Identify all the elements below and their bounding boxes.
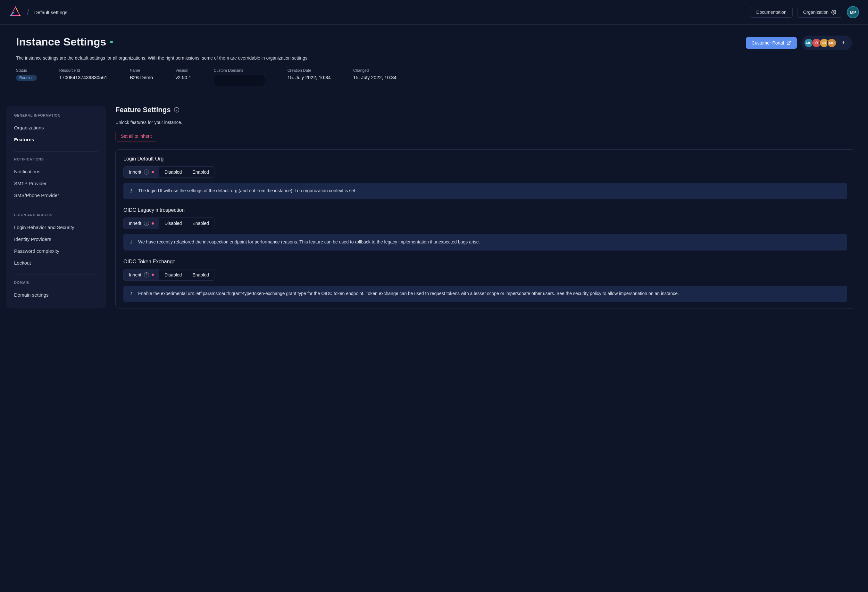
feature-title: Login Default Org: [123, 156, 847, 162]
feature-oidc-token-exchange: OIDC Token Exchange Inherit ? Disabled E…: [123, 259, 847, 302]
help-icon[interactable]: ?: [144, 221, 149, 226]
status-dot-icon: [152, 171, 154, 173]
page-header-row: Instance Settings Customer Portal MP: [16, 35, 852, 50]
meta-changed-label: Changed: [353, 68, 397, 73]
meta-name: Name B2B Demo: [130, 68, 153, 86]
page-title: Instance Settings: [16, 35, 113, 48]
sidebar-item-sms[interactable]: SMS/Phone Provider: [14, 189, 98, 201]
svg-point-11: [824, 43, 825, 43]
svg-point-2: [10, 15, 12, 16]
status-dot-icon: [152, 274, 154, 276]
sidebar-item-organizations[interactable]: Organizations: [14, 122, 98, 134]
meta-status-label: Status: [16, 68, 37, 73]
page-header: Instance Settings Customer Portal MP: [0, 25, 868, 96]
settings-sidebar: GENERAL INFORMATION Organizations Featur…: [6, 106, 106, 308]
meta-status: Status Running: [16, 68, 37, 86]
sidebar-item-password[interactable]: Password complexity: [14, 245, 98, 257]
meta-version-value: v2.50.1: [175, 75, 191, 80]
breadcrumb-current[interactable]: Default settings: [34, 10, 67, 15]
sidebar-item-login-behavior[interactable]: Login Behavior and Security: [14, 221, 98, 233]
info-text: We have recently refactored the introspe…: [138, 239, 480, 245]
info-icon: i: [128, 239, 134, 246]
sidebar-heading-notifications: NOTIFICATIONS: [14, 157, 98, 161]
meta-resource-label: Resource Id: [59, 68, 107, 73]
feature-oidc-legacy-introspection: OIDC Legacy introspection Inherit ? Disa…: [123, 207, 847, 250]
page-title-wrap: Instance Settings: [16, 35, 113, 48]
info-banner: i The login UI will use the settings of …: [123, 183, 847, 199]
svg-point-7: [817, 43, 817, 43]
user-avatar[interactable]: MP: [847, 6, 859, 18]
svg-point-3: [833, 12, 834, 13]
content-title: Feature Settings: [115, 106, 855, 114]
sidebar-item-smtp[interactable]: SMTP Provider: [14, 177, 98, 189]
svg-point-0: [15, 6, 16, 8]
info-icon[interactable]: [174, 107, 180, 113]
feature-title: OIDC Token Exchange: [123, 259, 847, 265]
help-icon[interactable]: ?: [144, 272, 149, 277]
toggle-disabled[interactable]: Disabled: [159, 218, 187, 229]
toggle-inherit[interactable]: Inherit ?: [124, 269, 159, 280]
meta-domains-label: Custom Domains: [214, 68, 265, 73]
documentation-link[interactable]: Documentation: [750, 7, 792, 18]
feature-title: OIDC Legacy introspection: [123, 207, 847, 213]
members-pill[interactable]: MP MP +: [801, 35, 852, 50]
toggle-inherit-label: Inherit: [129, 272, 141, 277]
toggle-enabled[interactable]: Enabled: [187, 269, 214, 280]
sidebar-item-notifications[interactable]: Notifications: [14, 166, 98, 177]
sidebar-item-lockout[interactable]: Lockout: [14, 257, 98, 269]
set-all-inherit-button[interactable]: Set all to inherit: [115, 131, 157, 141]
feature-toggle-group: Inherit ? Disabled Enabled: [123, 269, 214, 281]
sidebar-heading-general: GENERAL INFORMATION: [14, 113, 98, 117]
gear-icon: [831, 10, 836, 15]
page-title-text: Instance Settings: [16, 35, 106, 48]
customer-portal-button[interactable]: Customer Portal: [746, 37, 797, 49]
sidebar-item-domain-settings[interactable]: Domain settings: [14, 289, 98, 301]
sidebar-heading-domain: DOMAIN: [14, 281, 98, 284]
sidebar-heading-login: LOGIN AND ACCESS: [14, 213, 98, 217]
toggle-enabled[interactable]: Enabled: [187, 166, 214, 177]
sidebar-item-idp[interactable]: Identity Providers: [14, 233, 98, 245]
external-link-icon: [787, 41, 791, 45]
meta-name-value: B2B Demo: [130, 75, 153, 80]
sidebar-divider: [14, 207, 98, 207]
sidebar-divider: [14, 274, 98, 275]
main-layout: GENERAL INFORMATION Organizations Featur…: [0, 96, 868, 318]
info-text: The login UI will use the settings of th…: [138, 187, 355, 194]
toggle-disabled[interactable]: Disabled: [159, 166, 187, 177]
sidebar-item-features[interactable]: Features: [14, 134, 98, 146]
meta-resource-id: Resource Id 170084137439330561: [59, 68, 107, 86]
content-subtitle: Unlock features for your instance.: [115, 120, 855, 125]
feature-login-default-org: Login Default Org Inherit ? Disabled Ena…: [123, 156, 847, 199]
sidebar-divider: [14, 151, 98, 152]
meta-name-label: Name: [130, 68, 153, 73]
customer-portal-label: Customer Portal: [751, 40, 784, 46]
avatar-initials: MP: [850, 10, 856, 15]
meta-row: Status Running Resource Id 1700841374393…: [16, 68, 852, 86]
topbar-right: Documentation Organization MP: [750, 6, 859, 18]
organization-label: Organization: [803, 10, 828, 15]
toggle-enabled[interactable]: Enabled: [187, 218, 214, 229]
svg-point-10: [824, 43, 824, 43]
topbar-left: / Default settings: [9, 6, 67, 19]
svg-point-6: [816, 43, 816, 43]
status-badge: Running: [16, 75, 37, 81]
toggle-inherit[interactable]: Inherit ?: [124, 218, 159, 229]
organization-menu[interactable]: Organization: [797, 7, 842, 18]
toggle-disabled[interactable]: Disabled: [159, 269, 187, 280]
info-text: Enable the experimental urn:ietf:params:…: [138, 290, 679, 297]
meta-creation-date: Creation Date 15. July 2022, 10:34: [288, 68, 331, 86]
topbar: / Default settings Documentation Organiz…: [0, 0, 868, 25]
add-member-button[interactable]: +: [840, 39, 847, 47]
meta-creation-label: Creation Date: [288, 68, 331, 73]
toggle-inherit[interactable]: Inherit ?: [124, 166, 159, 177]
help-icon[interactable]: ?: [144, 169, 149, 175]
custom-domains-box[interactable]: [214, 75, 265, 86]
toggle-inherit-label: Inherit: [129, 221, 141, 226]
meta-changed: Changed 15. July 2022, 10:34: [353, 68, 397, 86]
meta-version-label: Version: [175, 68, 191, 73]
app-logo[interactable]: [9, 6, 22, 19]
content-area: Feature Settings Unlock features for you…: [115, 106, 862, 308]
meta-custom-domains: Custom Domains: [214, 68, 265, 86]
info-icon: i: [128, 290, 134, 297]
documentation-label: Documentation: [756, 10, 786, 15]
